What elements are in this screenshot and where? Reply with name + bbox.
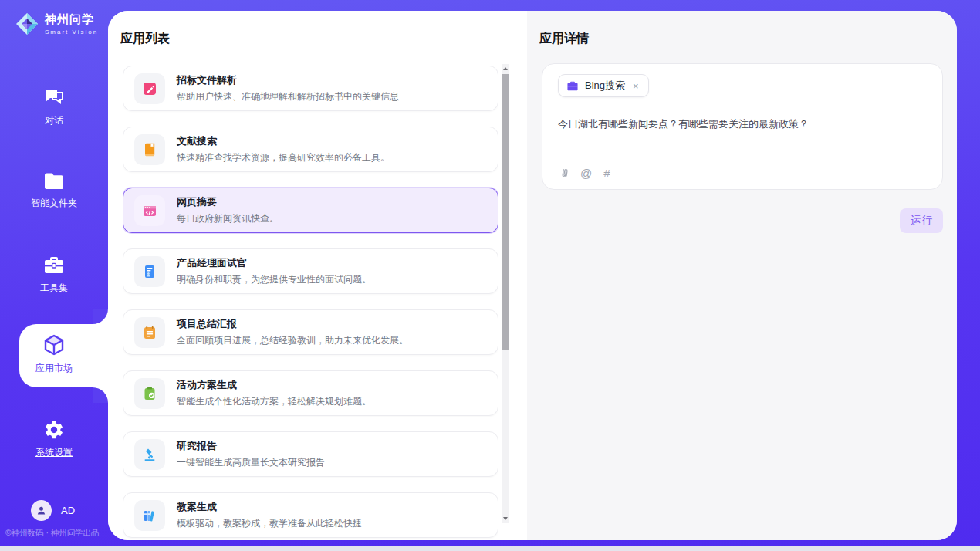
app-list-pane: 应用列表 招标文件解析 帮助用户快速、准确地理解和解析招标书中的关键信息 xyxy=(108,11,527,540)
app-card-event-plan[interactable]: 活动方案生成 智能生成个性化活动方案，轻松解决规划难题。 xyxy=(123,370,498,416)
app-card-title: 文献搜索 xyxy=(177,134,390,148)
at-icon[interactable]: @ xyxy=(580,167,592,180)
query-input[interactable]: 今日湖北有哪些新闻要点？有哪些需要关注的最新政策？ xyxy=(558,117,928,132)
app-card-desc: 智能生成个性化活动方案，轻松解决规划难题。 xyxy=(177,395,371,408)
app-card-project-report[interactable]: 项目总结汇报 全面回顾项目进展，总结经验教训，助力未来优化发展。 xyxy=(123,309,498,355)
chat-icon xyxy=(42,87,66,109)
app-detail-title: 应用详情 xyxy=(539,31,589,47)
list-scrollbar[interactable] xyxy=(502,64,509,523)
close-icon[interactable]: × xyxy=(631,80,640,92)
app-card-desc: 帮助用户快速、准确地理解和解析招标书中的关键信息 xyxy=(177,90,399,103)
composer-toolbar: @ # xyxy=(557,167,610,180)
run-button[interactable]: 运行 xyxy=(900,208,943,233)
pm-interviewer-icon xyxy=(134,256,165,287)
sidebar-item-chat[interactable]: 对话 xyxy=(0,87,108,127)
tool-tag-bing-search[interactable]: Bing搜索 × xyxy=(558,74,649,97)
folder-icon xyxy=(42,171,66,191)
sidebar-item-label: 工具集 xyxy=(40,282,68,295)
scroll-down-arrow[interactable] xyxy=(502,514,509,523)
app-card-title: 教案生成 xyxy=(177,500,362,514)
sidebar-item-app-market[interactable]: 应用市场 xyxy=(0,333,108,375)
briefcase-icon xyxy=(566,80,579,92)
literature-search-icon xyxy=(134,134,165,165)
brand-subtitle: Smart Vision xyxy=(45,29,98,35)
app-card-title: 项目总结汇报 xyxy=(177,317,408,331)
project-report-icon xyxy=(134,317,165,348)
app-card-desc: 快速精准查找学术资源，提高研究效率的必备工具。 xyxy=(177,151,390,164)
app-card-bid-parse[interactable]: 招标文件解析 帮助用户快速、准确地理解和解析招标书中的关键信息 xyxy=(123,66,498,111)
app-card-desc: 全面回顾项目进展，总结经验教训，助力未来优化发展。 xyxy=(177,334,408,347)
person-icon xyxy=(35,505,47,516)
lesson-plan-icon xyxy=(134,500,165,531)
event-plan-icon xyxy=(134,378,165,409)
app-card-lesson-plan[interactable]: 教案生成 模板驱动，教案秒成，教学准备从此轻松快捷 xyxy=(123,492,498,538)
scrollbar-thumb[interactable] xyxy=(502,74,509,350)
tool-tag-label: Bing搜索 xyxy=(585,79,625,93)
app-card-title: 招标文件解析 xyxy=(177,73,399,87)
web-summary-icon xyxy=(134,195,165,226)
main-panel: 应用列表 招标文件解析 帮助用户快速、准确地理解和解析招标书中的关键信息 xyxy=(108,11,957,540)
app-card-desc: 一键智能生成高质量长文本研究报告 xyxy=(177,456,325,469)
brand-logo: 神州问学 Smart Vision xyxy=(15,12,98,35)
app-window: 神州问学 Smart Vision 对话 智能文件夹 工具 xyxy=(0,0,980,551)
brand-diamond-icon xyxy=(15,12,39,35)
app-card-title: 研究报告 xyxy=(177,439,325,453)
research-report-icon xyxy=(134,439,165,470)
app-card-title: 网页摘要 xyxy=(177,195,279,209)
brand-name: 神州问学 xyxy=(45,12,98,27)
app-card-desc: 明确身份和职责，为您提供专业性的面试问题。 xyxy=(177,273,371,286)
query-composer-card: Bing搜索 × 今日湖北有哪些新闻要点？有哪些需要关注的最新政策？ @ # xyxy=(542,63,943,190)
sidebar-item-label: 应用市场 xyxy=(35,362,73,375)
app-card-list: 招标文件解析 帮助用户快速、准确地理解和解析招标书中的关键信息 文献搜索 xyxy=(123,66,498,540)
app-card-literature-search[interactable]: 文献搜索 快速精准查找学术资源，提高研究效率的必备工具。 xyxy=(123,127,498,172)
app-card-web-summary[interactable]: 网页摘要 每日政府新闻资讯快查。 xyxy=(123,188,498,233)
avatar xyxy=(31,500,52,521)
app-card-desc: 模板驱动，教案秒成，教学准备从此轻松快捷 xyxy=(177,517,362,530)
app-card-desc: 每日政府新闻资讯快查。 xyxy=(177,212,279,225)
sidebar-item-label: 对话 xyxy=(45,114,63,127)
app-card-title: 产品经理面试官 xyxy=(177,256,371,270)
app-card-research-report[interactable]: 研究报告 一键智能生成高质量长文本研究报告 xyxy=(123,431,498,477)
cube-icon xyxy=(42,333,66,357)
app-detail-pane: 应用详情 Bing搜索 × 今日湖北有哪些新闻要点？有哪些需要关注的最新政策？ xyxy=(527,11,957,540)
user-initials: AD xyxy=(61,505,75,516)
copyright-text: ©神州数码 · 神州问学出品 xyxy=(5,528,99,539)
sidebar-item-label: 智能文件夹 xyxy=(31,197,77,210)
app-list-title: 应用列表 xyxy=(120,31,170,47)
hash-icon[interactable]: # xyxy=(603,167,610,180)
sidebar: 神州问学 Smart Vision 对话 智能文件夹 工具 xyxy=(0,0,108,546)
scroll-up-arrow[interactable] xyxy=(502,64,509,73)
app-card-pm-interviewer[interactable]: 产品经理面试官 明确身份和职责，为您提供专业性的面试问题。 xyxy=(123,248,498,294)
app-card-title: 活动方案生成 xyxy=(177,378,371,392)
gear-icon xyxy=(43,419,65,441)
user-account[interactable]: AD xyxy=(31,500,75,521)
sidebar-item-toolset[interactable]: 工具集 xyxy=(0,255,108,295)
bid-parse-icon xyxy=(134,73,165,104)
sidebar-item-smart-folder[interactable]: 智能文件夹 xyxy=(0,171,108,210)
paperclip-icon[interactable] xyxy=(557,167,569,180)
bottom-edge-strip xyxy=(0,546,980,551)
sidebar-item-label: 系统设置 xyxy=(35,446,73,459)
toolbox-icon xyxy=(42,255,66,276)
sidebar-item-settings[interactable]: 系统设置 xyxy=(0,419,108,459)
